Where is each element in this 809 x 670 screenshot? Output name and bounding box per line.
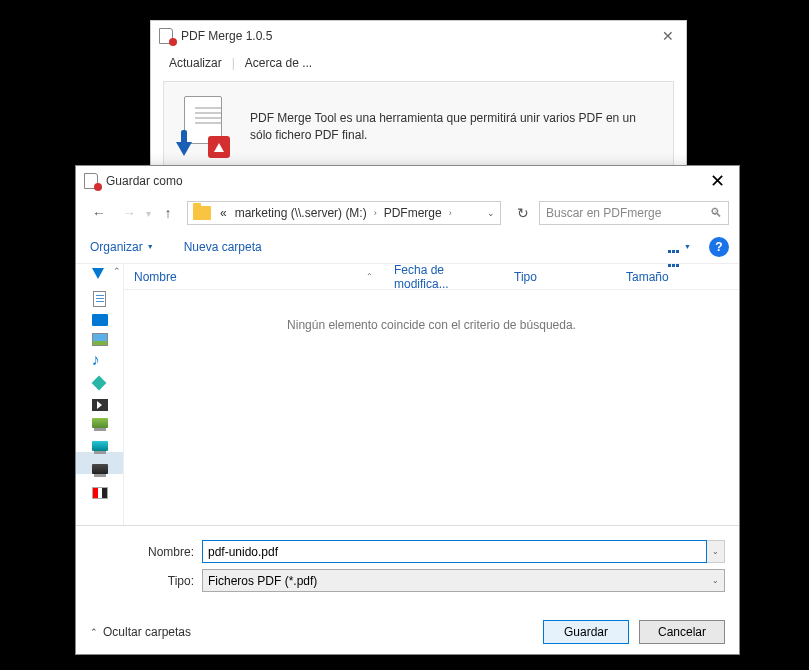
navigation-tree[interactable]: ⌃ ♪ — [76, 264, 124, 525]
nav-back-button[interactable]: ← — [86, 201, 112, 225]
chevron-right-icon: › — [446, 208, 455, 218]
nav-up-button[interactable]: ↑ — [155, 201, 181, 225]
tree-drive-icon[interactable] — [92, 418, 108, 434]
view-grid-icon — [668, 242, 682, 252]
banner-pdf-icon — [180, 96, 230, 158]
path-prefix: « — [216, 206, 231, 220]
path-segment-folder[interactable]: PDFmerge — [380, 206, 446, 220]
column-header-size[interactable]: Tamaño — [616, 270, 739, 284]
empty-folder-message: Ningún elemento coincide con el criterio… — [124, 290, 739, 332]
tree-network-drive-icon[interactable] — [92, 441, 108, 457]
refresh-button[interactable]: ↻ — [511, 201, 535, 225]
path-segment-drive[interactable]: marketing (\\.server) (M:) — [231, 206, 371, 220]
hide-folders-toggle[interactable]: ⌃ Ocultar carpetas — [90, 625, 191, 639]
new-folder-button[interactable]: Nueva carpeta — [180, 238, 266, 256]
file-list-pane: Nombre ⌃ Fecha de modifica... Tipo Tamañ… — [124, 264, 739, 525]
cancel-button[interactable]: Cancelar — [639, 620, 725, 644]
chevron-up-icon: ⌃ — [90, 627, 98, 637]
tree-downloads-icon[interactable] — [92, 268, 108, 284]
filetype-combobox[interactable]: Ficheros PDF (*.pdf) ⌄ — [202, 569, 725, 592]
menu-about[interactable]: Acerca de ... — [237, 54, 320, 72]
chevron-down-icon: ⌄ — [712, 576, 719, 585]
tree-network-drive-icon[interactable] — [92, 464, 108, 480]
chevron-down-icon: ▼ — [147, 243, 154, 250]
tree-3d-objects-icon[interactable] — [92, 376, 108, 392]
filename-dropdown[interactable]: ⌄ — [707, 540, 725, 563]
menu-separator: | — [232, 56, 235, 70]
nav-forward-button[interactable]: → — [116, 201, 142, 225]
pdf-merge-app-icon — [159, 28, 175, 44]
tree-documents-icon[interactable] — [93, 291, 106, 307]
chevron-down-icon: ▼ — [684, 243, 691, 250]
column-header-name[interactable]: Nombre ⌃ — [124, 270, 384, 284]
column-header-date[interactable]: Fecha de modifica... — [384, 263, 504, 291]
folder-icon — [193, 206, 211, 220]
filetype-value: Ficheros PDF (*.pdf) — [208, 574, 317, 588]
dialog-footer: ⌃ Ocultar carpetas Guardar Cancelar — [76, 610, 739, 654]
help-button[interactable]: ? — [709, 237, 729, 257]
dialog-close-button[interactable]: ✕ — [704, 170, 731, 192]
dialog-app-icon — [84, 173, 100, 189]
search-input[interactable]: Buscar en PDFmerge 🔍︎ — [539, 201, 729, 225]
tree-network-location-icon[interactable] — [92, 487, 108, 499]
organize-menu[interactable]: Organizar▼ — [86, 238, 158, 256]
dialog-body: ⌃ ♪ Nombre ⌃ Fecha de modifica... Tipo T… — [76, 264, 739, 525]
dialog-title: Guardar como — [106, 174, 704, 188]
filename-label: Nombre: — [90, 545, 202, 559]
toolbar-row: Organizar▼ Nueva carpeta ▼ ? — [76, 230, 739, 264]
tree-music-icon[interactable]: ♪ — [92, 353, 108, 369]
chevron-right-icon: › — [371, 208, 380, 218]
app-menubar: Actualizar | Acerca de ... — [151, 51, 686, 75]
search-placeholder: Buscar en PDFmerge — [546, 206, 661, 220]
column-headers: Nombre ⌃ Fecha de modifica... Tipo Tamañ… — [124, 264, 739, 290]
save-as-dialog: Guardar como ✕ ← → ▾ ↑ « marketing (\\.s… — [75, 165, 740, 655]
tree-pictures-icon[interactable] — [92, 333, 108, 346]
app-title: PDF Merge 1.0.5 — [181, 29, 658, 43]
sort-indicator-icon: ⌃ — [366, 272, 373, 281]
collapse-icon[interactable]: ⌃ — [113, 266, 121, 276]
dialog-titlebar: Guardar como ✕ — [76, 166, 739, 196]
app-close-button[interactable]: ✕ — [658, 28, 678, 44]
address-bar[interactable]: « marketing (\\.server) (M:) › PDFmerge … — [187, 201, 501, 225]
filetype-label: Tipo: — [90, 574, 202, 588]
tree-videos-icon[interactable] — [92, 399, 108, 411]
save-button[interactable]: Guardar — [543, 620, 629, 644]
column-header-type[interactable]: Tipo — [504, 270, 616, 284]
banner-text: PDF Merge Tool es una herramienta que pe… — [250, 110, 657, 145]
navigation-row: ← → ▾ ↑ « marketing (\\.server) (M:) › P… — [76, 196, 739, 230]
tree-desktop-icon[interactable] — [92, 314, 108, 326]
filename-section: Nombre: ⌄ Tipo: Ficheros PDF (*.pdf) ⌄ — [76, 525, 739, 610]
menu-update[interactable]: Actualizar — [161, 54, 230, 72]
app-info-banner: PDF Merge Tool es una herramienta que pe… — [163, 81, 674, 173]
nav-history-dropdown[interactable]: ▾ — [146, 208, 151, 219]
filename-input[interactable] — [202, 540, 707, 563]
view-options-button[interactable]: ▼ — [664, 240, 695, 254]
search-icon: 🔍︎ — [710, 206, 722, 220]
app-titlebar: PDF Merge 1.0.5 ✕ — [151, 21, 686, 51]
address-dropdown[interactable]: ⌄ — [482, 208, 500, 218]
